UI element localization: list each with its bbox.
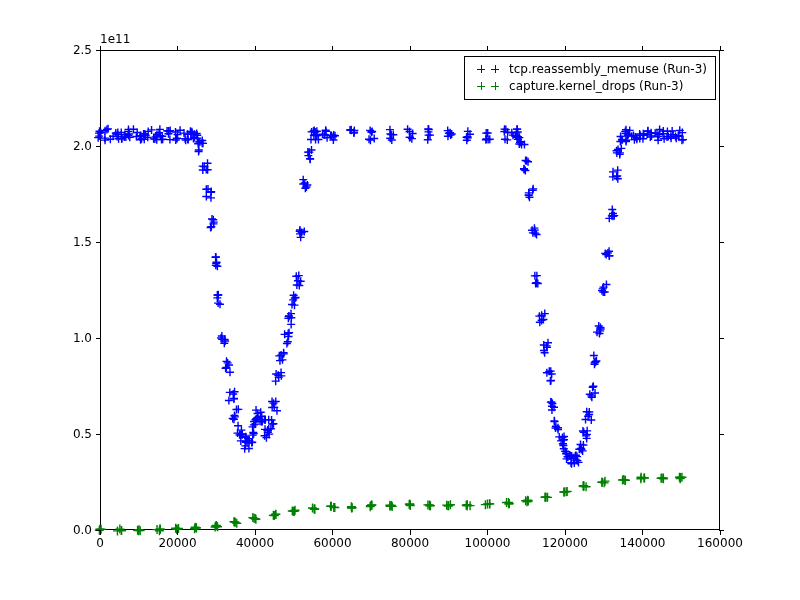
legend: tcp.reassembly_memuse (Run-3) capture.ke…: [464, 56, 716, 100]
x-tick-mark: [100, 530, 101, 535]
x-tick-label: 160000: [697, 536, 743, 550]
x-tick-mark: [255, 46, 256, 51]
plus-marker-icon: [477, 65, 485, 73]
x-tick-label: 60000: [313, 536, 351, 550]
x-tick-mark: [332, 530, 333, 535]
plus-marker-icon: [491, 82, 499, 90]
y-tick-label: 1.0: [73, 331, 92, 345]
y-tick-mark: [719, 146, 724, 147]
y-tick-mark: [719, 50, 724, 51]
x-tick-label: 0: [96, 536, 104, 550]
legend-entry-1: capture.kernel_drops (Run-3): [473, 78, 707, 95]
x-tick-mark: [177, 46, 178, 51]
x-tick-mark: [720, 530, 721, 535]
y-tick-mark: [719, 530, 724, 531]
x-tick-mark: [565, 46, 566, 51]
legend-label: tcp.reassembly_memuse (Run-3): [509, 61, 707, 78]
x-tick-mark: [642, 46, 643, 51]
legend-label: capture.kernel_drops (Run-3): [509, 78, 683, 95]
plus-marker-icon: [491, 65, 499, 73]
x-tick-mark: [642, 530, 643, 535]
x-tick-mark: [332, 46, 333, 51]
x-tick-mark: [487, 530, 488, 535]
y-tick-label: 0.0: [73, 523, 92, 537]
y-tick-mark: [96, 338, 101, 339]
y-tick-label: 2.0: [73, 139, 92, 153]
x-tick-label: 120000: [542, 536, 588, 550]
y-tick-label: 2.5: [73, 43, 92, 57]
y-tick-mark: [719, 434, 724, 435]
x-tick-mark: [177, 530, 178, 535]
y-tick-mark: [719, 338, 724, 339]
y-tick-label: 0.5: [73, 427, 92, 441]
x-tick-mark: [410, 46, 411, 51]
y-tick-mark: [96, 50, 101, 51]
y-tick-label: 1.5: [73, 235, 92, 249]
y-tick-mark: [96, 242, 101, 243]
x-tick-mark: [487, 46, 488, 51]
y-tick-mark: [719, 242, 724, 243]
x-tick-mark: [255, 530, 256, 535]
x-tick-label: 140000: [620, 536, 666, 550]
x-tick-label: 40000: [236, 536, 274, 550]
y-tick-mark: [96, 434, 101, 435]
y-tick-mark: [96, 146, 101, 147]
x-tick-mark: [565, 530, 566, 535]
y-tick-mark: [96, 530, 101, 531]
figure: 1e11 02000040000600008000010000012000014…: [0, 0, 800, 600]
x-tick-label: 20000: [158, 536, 196, 550]
x-tick-label: 100000: [465, 536, 511, 550]
legend-entry-0: tcp.reassembly_memuse (Run-3): [473, 61, 707, 78]
plus-marker-icon: [477, 82, 485, 90]
x-tick-mark: [410, 530, 411, 535]
x-tick-label: 80000: [391, 536, 429, 550]
